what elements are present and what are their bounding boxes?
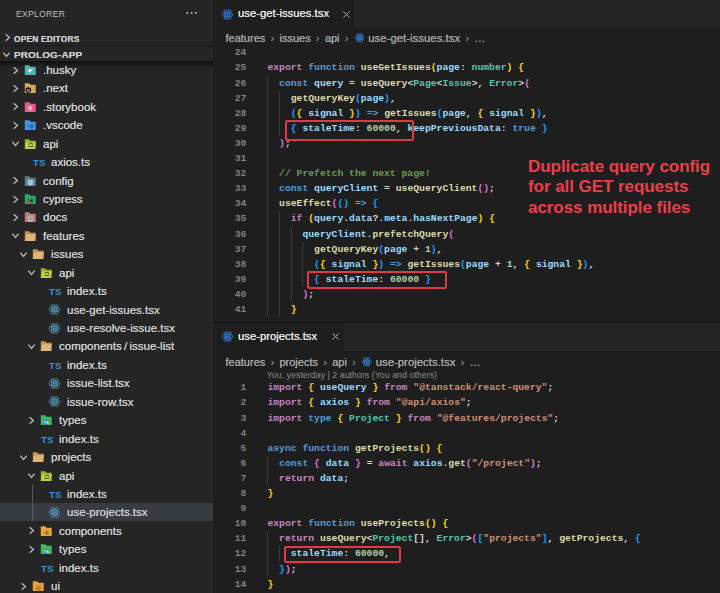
svg-text:S: S [28, 106, 31, 111]
svg-text:N: N [27, 88, 30, 93]
svg-text:TS: TS [44, 421, 49, 425]
svg-text:TS: TS [44, 550, 49, 554]
